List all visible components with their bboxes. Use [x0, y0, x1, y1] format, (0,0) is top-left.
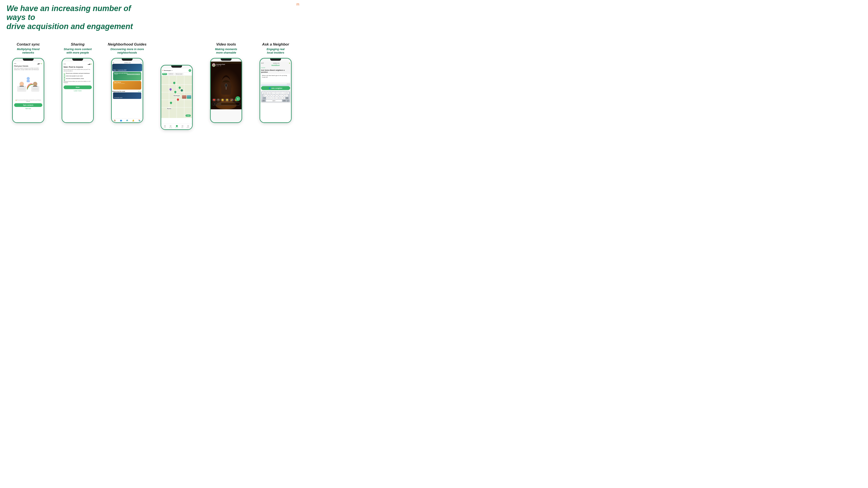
map-pin-4	[169, 101, 173, 104]
nextdoor-logo: nextdoor	[261, 64, 290, 66]
key-r[interactable]: R	[270, 92, 273, 94]
key-space[interactable]: space	[266, 100, 282, 102]
phone-6: 10:37 nextdoor.com 🔋 nextdoor Cancel Ask…	[259, 58, 292, 123]
learn-more-link[interactable]: Learn more	[64, 90, 92, 92]
phone-1: 9:41 ▂▄▆ ✦ 🔋 Find your friends Sync your…	[12, 58, 44, 123]
key-b[interactable]: B	[277, 97, 279, 99]
phone3-card-tacos: Top 5 tacos YW Venice Local publication	[113, 81, 141, 90]
key-q[interactable]: Q	[262, 92, 265, 94]
svg-rect-3	[20, 86, 24, 87]
phone1-desc: Sync your contacts to improve your feed,…	[14, 67, 42, 70]
key-v[interactable]: V	[275, 97, 277, 99]
phone6-input-area[interactable]: What is the best beach gym to hit up dur…	[261, 74, 290, 83]
sync-contacts-button[interactable]: Sync contacts	[14, 103, 42, 107]
phone4-navbar: Home Groups Explore Notif.	[161, 124, 192, 129]
phone2-notch	[72, 59, 83, 61]
see-all-link[interactable]: See all >	[138, 91, 142, 92]
key-i[interactable]: I	[281, 92, 284, 94]
map-label-worthington: Worthington	[173, 95, 181, 97]
phone5-time: Guest · 3h	[216, 65, 225, 66]
key-shift[interactable]: ⇧	[262, 97, 266, 99]
key-u[interactable]: U	[278, 92, 281, 94]
nav-groups[interactable]: Groups	[169, 125, 172, 128]
phone6-notch	[270, 59, 281, 61]
guide-btn[interactable]: Guide	[186, 115, 191, 117]
key-m[interactable]: M	[282, 97, 285, 99]
phone2-footer: Selecting Anyone allows your post to be …	[64, 81, 92, 83]
phone6-cancel[interactable]: Cancel	[261, 67, 290, 68]
phone2-post-title: New: Post to Anyone	[64, 66, 92, 68]
filter-woman-owned[interactable]: Woman-owned	[175, 73, 183, 75]
col5-title: Video tools	[216, 42, 236, 46]
phone6-screen: 10:37 nextdoor.com 🔋 nextdoor Cancel Ask…	[260, 62, 291, 122]
phone2-time: 9:41	[64, 63, 66, 65]
key-e[interactable]: E	[268, 92, 270, 94]
key-p[interactable]: P	[287, 92, 289, 94]
phone6-url: nextdoor.com	[273, 62, 279, 64]
phone3-event-card: Community event	[113, 92, 141, 99]
phone-3: AA nextdoor.com ↻ Video 🌴 Local since 20…	[111, 58, 143, 123]
phone1-find-friends: Find your friends	[14, 65, 42, 67]
nav-marketplace[interactable]: Market.	[187, 125, 189, 128]
phone6-ask-title: Ask Venice Beach neighbors a question	[261, 69, 290, 73]
col2-subtitle: Sharing more content with more people	[64, 47, 92, 55]
phone2-item3-text: Get more recommendations, faster	[66, 78, 84, 79]
nav-explore[interactable]: Explore	[175, 125, 178, 128]
svg-point-8	[27, 77, 30, 80]
col3-subtitle: Discovering more in more neighborhoods	[111, 47, 144, 55]
key-j[interactable]: J	[280, 95, 282, 97]
key-g[interactable]: G	[275, 95, 277, 97]
key-a[interactable]: A	[264, 95, 266, 97]
phone5-comment-input[interactable]: Add a comment	[212, 102, 240, 105]
col6-title: Ask a Neighbor	[262, 42, 289, 46]
key-l[interactable]: L	[285, 95, 288, 97]
key-k[interactable]: K	[282, 95, 285, 97]
phone5-screen: Jermaine Park Guest · 3h ❤️ +1 😊 😂 🎉	[211, 62, 242, 109]
phone4-notch	[171, 65, 182, 68]
phone5-circle-btn[interactable]: ●	[236, 96, 240, 101]
key-x[interactable]: X	[269, 97, 272, 99]
svg-point-2	[20, 82, 24, 86]
phone2-item1: Recruit more volunteers and grow fundrai…	[64, 73, 92, 75]
key-o[interactable]: O	[284, 92, 286, 94]
phone2-item2: Invite more people to your event	[64, 75, 92, 77]
phone6-time: 10:37	[261, 62, 264, 64]
phone-5: Jermaine Park Guest · 3h ❤️ +1 😊 😂 🎉	[210, 58, 242, 123]
col5-subtitle: Making moments more shareable	[215, 47, 237, 55]
key-t[interactable]: T	[273, 92, 275, 94]
not-now-link[interactable]: Not now	[14, 108, 42, 109]
key-label[interactable]: Label	[282, 100, 286, 102]
column-neighborhood-guides: Neighborhood Guides Discovering more in …	[103, 42, 151, 130]
key-c[interactable]: C	[272, 97, 274, 99]
key-n[interactable]: N	[280, 97, 282, 99]
key-d[interactable]: D	[269, 95, 272, 97]
nav-notifications[interactable]: Notif.	[181, 125, 183, 128]
col3-title: Neighborhood Guides	[108, 42, 147, 46]
svg-rect-7	[33, 86, 37, 87]
happening-label: Happening this week	[112, 91, 125, 92]
key-z[interactable]: Z	[266, 97, 269, 99]
key-f[interactable]: F	[272, 95, 274, 97]
columns-container: Contact sync Multiplying friend networks…	[4, 42, 300, 130]
key-s[interactable]: S	[266, 95, 269, 97]
col1-title: Contact sync	[17, 42, 40, 46]
nav-home[interactable]: Home	[164, 125, 166, 128]
phone2-desc: Do you want to reach more people when yo…	[64, 69, 92, 72]
col1-subtitle: Multiplying friend networks	[17, 47, 39, 55]
phone6-input-text: What is the best beach gym to hit up dur…	[262, 75, 289, 78]
column-map: 📍 Worthington ▼ ➤ Recent COVID-19 Woman-…	[153, 42, 200, 130]
key-h[interactable]: H	[277, 95, 279, 97]
done-button[interactable]: Done	[64, 86, 92, 89]
filter-covid[interactable]: COVID-19	[167, 73, 174, 75]
phone3-screen: AA nextdoor.com ↻ Video 🌴 Local since 20…	[112, 62, 143, 122]
col6-subtitle: Engaging real local insiders	[267, 47, 285, 55]
key-backspace[interactable]: ⌫	[285, 97, 289, 99]
filter-recent[interactable]: Recent	[162, 73, 167, 75]
column-ask-neighbor: Ask a Neighbor Engaging real local insid…	[252, 42, 300, 130]
key-w[interactable]: W	[265, 92, 267, 94]
key-y[interactable]: Y	[276, 92, 278, 94]
ask-neighbor-button[interactable]: 👥 Ask a neighbor	[261, 86, 290, 90]
svg-rect-1	[19, 87, 25, 91]
key-mic[interactable]: 🎤	[286, 100, 289, 102]
key-123[interactable]: 123	[262, 100, 266, 102]
